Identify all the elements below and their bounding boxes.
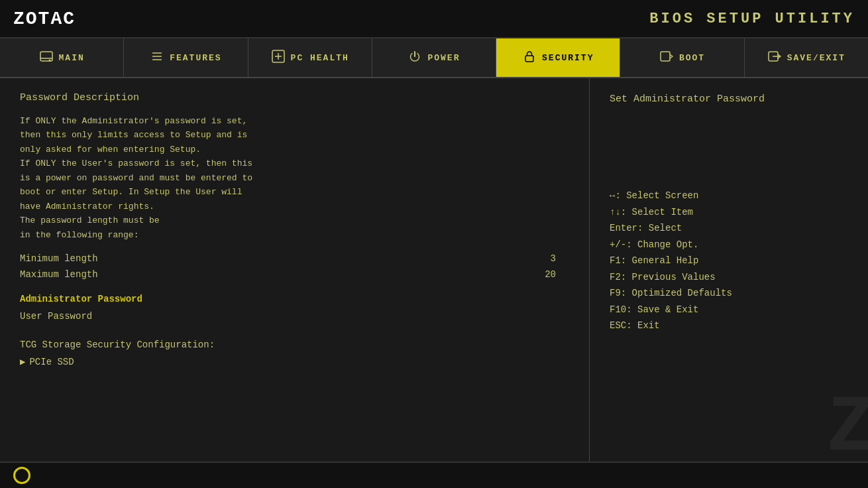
help-f10: F10: Save & Exit: [610, 302, 848, 318]
min-length-row: Minimum length 3: [20, 251, 569, 266]
footer-circle-icon: [13, 467, 30, 484]
header: ZOTAC BIOS SETUP UTILITY: [0, 0, 868, 38]
tab-pc-health-label: PC HEALTH: [291, 53, 349, 63]
help-f2: F2: Previous Values: [610, 269, 848, 286]
tab-features-label: FEATURES: [170, 53, 221, 63]
tab-features[interactable]: FEATURES: [124, 38, 248, 77]
help-enter: Enter: Select: [610, 220, 848, 237]
help-section: ↔: Select Screen ↑↓: Select Item Enter: …: [610, 188, 848, 334]
footer: [0, 461, 868, 488]
max-length-row: Maximum length 20: [20, 267, 569, 282]
tab-security[interactable]: SECURITY: [496, 38, 620, 77]
help-select-item: ↑↓: Select Item: [610, 204, 848, 221]
tab-security-label: SECURITY: [542, 53, 594, 63]
min-length-label: Minimum length: [20, 251, 98, 266]
help-esc: ESC: Exit: [610, 318, 848, 334]
watermark: Z: [827, 389, 868, 461]
help-f1: F1: General Help: [610, 253, 848, 269]
left-section-title: Password Description: [20, 90, 569, 106]
svg-rect-9: [525, 56, 533, 62]
triangle-icon: ▶: [20, 355, 25, 369]
help-f9: F9: Optimized Defaults: [610, 285, 848, 302]
tab-power[interactable]: POWER: [372, 38, 496, 77]
svg-point-2: [48, 59, 50, 61]
user-password-item[interactable]: User Password: [20, 309, 569, 324]
left-panel: Password Description If ONLY the Adminis…: [0, 78, 590, 461]
tab-pc-health[interactable]: PC HEALTH: [248, 38, 372, 77]
plus-box-icon: [271, 49, 286, 67]
password-description: If ONLY the Administrator's password is …: [20, 114, 569, 242]
tab-main[interactable]: MAIN: [0, 38, 124, 77]
min-length-value: 3: [551, 251, 556, 266]
tab-boot-label: BOOT: [679, 53, 705, 63]
nav-tabs: MAIN FEATURES PC HEALTH: [0, 38, 868, 78]
save-exit-icon: [767, 49, 782, 67]
tab-boot[interactable]: BOOT: [620, 38, 744, 77]
svg-rect-10: [661, 52, 670, 61]
zotac-logo: ZOTAC: [13, 9, 76, 29]
list-icon: [150, 49, 164, 67]
help-select-screen: ↔: Select Screen: [610, 188, 848, 204]
right-panel-title: Set Administrator Password: [610, 90, 848, 108]
tcg-label: TCG Storage Security Configuration:: [20, 337, 569, 352]
svg-rect-0: [40, 52, 52, 61]
pcie-ssd-label: PCIe SSD: [29, 355, 74, 369]
administrator-password-item[interactable]: Administrator Password: [20, 292, 569, 306]
main-content: Password Description If ONLY the Adminis…: [0, 78, 868, 461]
tab-save-exit[interactable]: SAVE/EXIT: [745, 38, 868, 77]
tcg-section: TCG Storage Security Configuration: ▶ PC…: [20, 337, 569, 370]
boot-icon: [659, 49, 674, 67]
tab-main-label: MAIN: [59, 53, 85, 63]
max-length-label: Maximum length: [20, 267, 98, 282]
right-panel: Set Administrator Password ↔: Select Scr…: [590, 78, 868, 461]
lock-icon: [522, 49, 537, 67]
max-length-value: 20: [545, 267, 556, 282]
power-icon: [407, 49, 422, 67]
help-change-opt: +/-: Change Opt.: [610, 237, 848, 253]
pcie-ssd-item[interactable]: ▶ PCIe SSD: [20, 355, 569, 369]
drive-icon: [39, 49, 54, 67]
tab-save-exit-label: SAVE/EXIT: [787, 53, 845, 63]
bios-title: BIOS SETUP UTILITY: [649, 11, 855, 27]
tab-power-label: POWER: [427, 53, 460, 63]
